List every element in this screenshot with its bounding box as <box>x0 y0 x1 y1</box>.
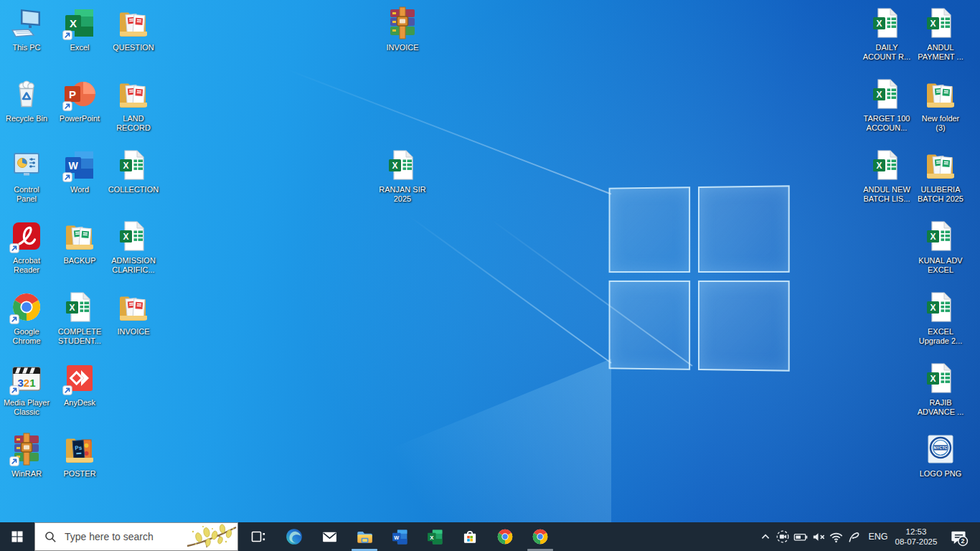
desktop-icon-invoice-archive[interactable]: INVOICE <box>375 6 430 52</box>
desktop-icon-ranjan-sir[interactable]: RANJAN SIR 2025 <box>375 148 430 204</box>
desktop-icon-question[interactable]: QUESTION <box>106 6 161 52</box>
chrome-icon <box>531 527 550 546</box>
windows-logo-pane <box>698 281 790 372</box>
desktop-icon-label: COMPLETE STUDENT... <box>58 327 102 346</box>
desktop-icon-excel-upgrade[interactable]: EXCEL Upgrade 2... <box>913 290 968 346</box>
excel-file-icon <box>923 219 958 253</box>
taskbar-chrome-2-button[interactable] <box>524 522 556 551</box>
desktop-icon-label: Media Player Classic <box>4 398 50 417</box>
desktop-icon-backup[interactable]: BACKUP <box>52 219 107 265</box>
desktop-icon-new-folder-3[interactable]: New folder (3) <box>913 77 968 133</box>
winrar-archive-icon <box>385 6 420 40</box>
desktop-icon-andul-payment[interactable]: ANDUL PAYMENT ... <box>913 6 968 62</box>
wifi-icon <box>828 529 844 545</box>
taskbar-store-button[interactable] <box>454 522 486 551</box>
desktop-icon-media-player-classic[interactable]: Media Player Classic <box>0 361 54 417</box>
desktop-icon-target-100[interactable]: TARGET 100 ACCOUN... <box>859 77 914 133</box>
wallpaper-light-ray <box>287 69 612 194</box>
shortcut-arrow-icon <box>9 456 19 466</box>
windows-desktop-screen: This PC Excel QUESTION INVOICE DAILY ACO… <box>0 0 980 551</box>
desktop-icon-complete-student[interactable]: COMPLETE STUDENT... <box>52 290 107 346</box>
wallpaper-light-ray <box>407 214 612 364</box>
recycle-bin-icon <box>9 77 44 111</box>
taskbar-task-view-button[interactable] <box>242 522 274 551</box>
desktop-icon-logo-png[interactable]: LOGO PNG <box>913 432 968 479</box>
action-center-button[interactable]: 2 <box>943 522 974 551</box>
taskbar-chrome-button[interactable] <box>489 522 521 551</box>
excel-file-icon <box>923 6 958 40</box>
desktop-icon-invoice-folder[interactable]: INVOICE <box>106 290 161 336</box>
desktop-icon-excel[interactable]: Excel <box>52 6 107 52</box>
tray-clock-button[interactable]: 12:53 08-07-2025 <box>891 522 941 551</box>
desktop-icon-label: RAJIB ADVANCE ... <box>918 398 964 417</box>
desktop-icon-recycle-bin[interactable]: Recycle Bin <box>0 77 54 123</box>
folder-pdf-icon <box>116 77 151 111</box>
tray-show-hidden-icons-button[interactable] <box>757 522 774 551</box>
windows-logo-pane <box>609 281 691 370</box>
desktop-icon-uluberia-batch[interactable]: ULUBERIA BATCH 2025 <box>913 148 968 204</box>
taskbar: ENG 12:53 08-07-2025 2 <box>0 522 980 551</box>
desktop-icon-label: LAND RECORD <box>116 114 151 133</box>
desktop-icon-label: ADMISSION CLARIFIC... <box>111 256 156 275</box>
desktop-icon-label: LOGO PNG <box>920 469 962 479</box>
desktop-icon-rajib-advance[interactable]: RAJIB ADVANCE ... <box>913 361 968 417</box>
desktop-icon-label: QUESTION <box>113 43 154 52</box>
taskbar-excel-button[interactable] <box>419 522 451 551</box>
desktop-icon-google-chrome[interactable]: Google Chrome <box>0 290 54 346</box>
taskbar-edge-button[interactable] <box>278 522 310 551</box>
wallpaper-light-wedge <box>209 359 611 522</box>
desktop-icon-winrar[interactable]: WinRAR <box>0 432 54 479</box>
desktop-icon-label: This PC <box>12 43 40 52</box>
tray-volume-button[interactable] <box>809 522 826 551</box>
tray-battery-button[interactable] <box>791 522 809 551</box>
desktop-icon-powerpoint[interactable]: PowerPoint <box>52 77 107 123</box>
tray-language-button[interactable]: ENG <box>864 522 892 551</box>
mail-icon <box>321 528 339 546</box>
tray-meet-now-button[interactable] <box>774 522 791 551</box>
microsoft-store-icon <box>461 527 479 546</box>
clock-time: 12:53 <box>891 527 941 537</box>
desktop-icon-daily-acount[interactable]: DAILY ACOUNT R... <box>859 6 914 62</box>
desktop-icon-kunal-adv[interactable]: KUNAL ADV EXCEL <box>913 219 968 275</box>
notification-badge-count: 2 <box>961 537 964 545</box>
desktop-icon-acrobat-reader[interactable]: Acrobat Reader <box>0 219 54 275</box>
this-pc-icon <box>9 6 44 40</box>
search-icon <box>44 531 57 543</box>
desktop-icon-this-pc[interactable]: This PC <box>0 6 54 52</box>
tray-windows-ink-button[interactable] <box>845 522 862 551</box>
clock-date: 08-07-2025 <box>891 537 941 547</box>
volume-muted-icon <box>810 529 826 545</box>
excel-file-icon <box>116 148 151 182</box>
desktop-icon-label: DAILY ACOUNT R... <box>863 43 910 62</box>
desktop-icon-label: WinRAR <box>11 469 42 479</box>
desktop-icon-collection[interactable]: COLLECTION <box>106 148 161 194</box>
action-center-icon: 2 <box>949 527 969 547</box>
word-icon <box>391 528 409 546</box>
desktop-icon-label: Google Chrome <box>12 327 40 346</box>
desktop-icon-andul-new-batch[interactable]: ANDUL NEW BATCH LIS... <box>859 148 914 204</box>
taskbar-mail-button[interactable] <box>314 522 345 551</box>
desktop[interactable]: This PC Excel QUESTION INVOICE DAILY ACO… <box>0 0 980 522</box>
folder-excel-icon <box>62 219 97 253</box>
taskbar-word-button[interactable] <box>384 522 415 551</box>
desktop-icon-label: Word <box>70 185 89 194</box>
folder-pdf-icon <box>116 6 151 40</box>
control-panel-icon <box>9 148 44 182</box>
task-view-icon <box>250 528 267 545</box>
tray-network-button[interactable] <box>827 522 844 551</box>
desktop-icon-land-record[interactable]: LAND RECORD <box>106 77 161 133</box>
desktop-icon-control-panel[interactable]: Control Panel <box>0 148 54 204</box>
desktop-icon-poster[interactable]: POSTER <box>52 432 107 479</box>
search-highlight-flowers-image <box>186 523 237 550</box>
desktop-icon-label: Excel <box>70 43 90 52</box>
desktop-icon-word[interactable]: Word <box>52 148 107 194</box>
desktop-icon-anydesk[interactable]: AnyDesk <box>52 361 107 408</box>
desktop-icon-label: New folder (3) <box>922 114 960 133</box>
taskbar-search-box[interactable] <box>34 522 238 551</box>
start-button[interactable] <box>0 522 34 551</box>
taskbar-file-explorer-button[interactable] <box>349 522 380 551</box>
desktop-icon-admission-clarific[interactable]: ADMISSION CLARIFIC... <box>106 219 161 275</box>
search-input[interactable] <box>63 530 186 543</box>
nyctc-logo-image-icon <box>923 432 958 466</box>
windows-start-icon <box>10 529 24 544</box>
